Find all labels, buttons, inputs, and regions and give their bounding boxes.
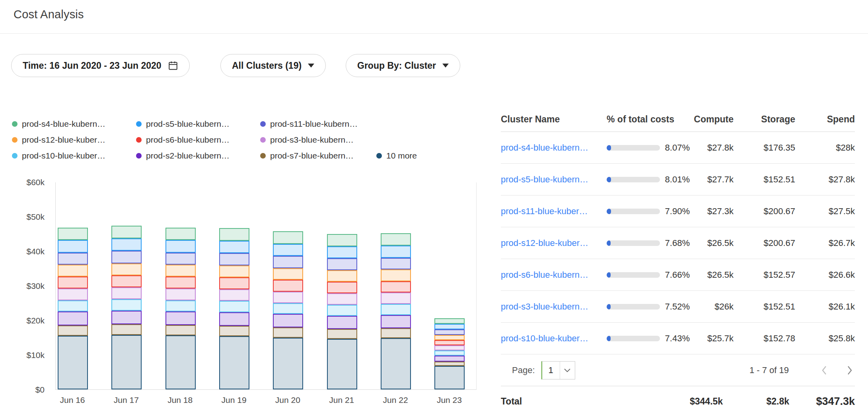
bar-segment-prod-s11-blue-kubern[interactable] — [434, 329, 465, 335]
bar-segment-10-more[interactable] — [219, 336, 249, 389]
stacked-bar-jun-17[interactable] — [111, 226, 142, 389]
bar-segment-prod-s7-blue-kubern[interactable] — [327, 329, 357, 339]
bar-segment-10-more[interactable] — [273, 338, 303, 390]
cluster-name-link[interactable]: prod-s6-blue-kubern… — [501, 270, 600, 280]
bar-segment-prod-s12-blue-kuber[interactable] — [381, 269, 411, 281]
bar-segment-prod-s5-blue-kubern[interactable] — [273, 244, 303, 256]
cluster-name-link[interactable]: prod-s5-blue-kubern… — [501, 174, 600, 185]
bar-segment-prod-s5-blue-kubern[interactable] — [219, 241, 249, 253]
bar-segment-prod-s6-blue-kubern[interactable] — [111, 275, 142, 287]
cluster-name-link[interactable]: prod-s3-blue-kubern… — [501, 302, 600, 312]
bar-segment-prod-s10-blue-kuber[interactable] — [381, 304, 411, 315]
bar-segment-prod-s10-blue-kuber[interactable] — [273, 303, 303, 314]
bar-segment-prod-s7-blue-kubern[interactable] — [434, 362, 465, 366]
bar-segment-prod-s4-blue-kubern[interactable] — [111, 226, 142, 238]
bar-segment-prod-s11-blue-kubern[interactable] — [165, 253, 196, 265]
bar-segment-prod-s3-blue-kubern[interactable] — [273, 292, 303, 303]
bar-segment-10-more[interactable] — [434, 366, 465, 389]
bar-segment-prod-s6-blue-kubern[interactable] — [58, 277, 88, 288]
bar-segment-prod-s4-blue-kubern[interactable] — [434, 318, 465, 324]
bar-segment-prod-s4-blue-kubern[interactable] — [165, 228, 196, 240]
bar-segment-prod-s7-blue-kubern[interactable] — [273, 327, 303, 337]
cluster-name-link[interactable]: prod-s4-blue-kubern… — [501, 143, 600, 153]
bar-segment-prod-s12-blue-kuber[interactable] — [111, 263, 142, 275]
bar-segment-prod-s7-blue-kubern[interactable] — [219, 326, 249, 336]
bar-segment-prod-s4-blue-kubern[interactable] — [327, 234, 357, 246]
bar-segment-prod-s2-blue-kubern[interactable] — [111, 311, 142, 325]
bar-segment-prod-s3-blue-kubern[interactable] — [434, 345, 465, 350]
bar-segment-prod-s2-blue-kubern[interactable] — [434, 356, 465, 362]
bar-segment-prod-s11-blue-kubern[interactable] — [58, 253, 88, 265]
bar-segment-prod-s2-blue-kubern[interactable] — [58, 312, 88, 325]
stacked-bar-jun-16[interactable] — [58, 228, 88, 389]
bar-segment-prod-s2-blue-kubern[interactable] — [381, 315, 411, 328]
bar-segment-prod-s7-blue-kubern[interactable] — [381, 328, 411, 338]
bar-segment-prod-s5-blue-kubern[interactable] — [111, 238, 142, 251]
bar-segment-prod-s10-blue-kuber[interactable] — [327, 305, 357, 316]
bar-segment-prod-s3-blue-kubern[interactable] — [111, 287, 142, 299]
bar-segment-prod-s12-blue-kuber[interactable] — [58, 265, 88, 277]
next-page-button[interactable] — [847, 365, 853, 376]
bar-segment-prod-s7-blue-kubern[interactable] — [58, 325, 88, 336]
bar-segment-prod-s10-blue-kuber[interactable] — [165, 300, 196, 312]
bar-segment-prod-s3-blue-kubern[interactable] — [219, 289, 249, 301]
page-select[interactable]: 1 — [541, 361, 575, 379]
bar-segment-prod-s12-blue-kuber[interactable] — [273, 268, 303, 280]
stacked-bar-jun-18[interactable] — [165, 228, 196, 389]
bar-segment-prod-s11-blue-kubern[interactable] — [273, 256, 303, 268]
bar-segment-prod-s3-blue-kubern[interactable] — [165, 288, 196, 300]
bar-segment-prod-s4-blue-kubern[interactable] — [219, 228, 249, 241]
bar-segment-prod-s6-blue-kubern[interactable] — [273, 280, 303, 292]
time-range-filter[interactable]: Time: 16 Jun 2020 - 23 Jun 2020 — [11, 54, 190, 77]
bar-segment-prod-s11-blue-kubern[interactable] — [327, 258, 357, 270]
stacked-bar-jun-22[interactable] — [381, 233, 411, 389]
bar-segment-prod-s7-blue-kubern[interactable] — [165, 325, 196, 335]
bar-segment-prod-s5-blue-kubern[interactable] — [58, 240, 88, 252]
bar-segment-prod-s4-blue-kubern[interactable] — [58, 228, 88, 240]
bar-segment-prod-s3-blue-kubern[interactable] — [58, 288, 88, 300]
clusters-filter[interactable]: All Clusters (19) — [220, 54, 326, 77]
bar-segment-prod-s6-blue-kubern[interactable] — [165, 277, 196, 288]
bar-segment-prod-s3-blue-kubern[interactable] — [381, 292, 411, 304]
bar-segment-prod-s6-blue-kubern[interactable] — [381, 281, 411, 293]
group-by-filter[interactable]: Group By: Cluster — [346, 54, 460, 77]
bar-segment-prod-s2-blue-kubern[interactable] — [327, 316, 357, 329]
bar-segment-prod-s6-blue-kubern[interactable] — [219, 277, 249, 289]
bar-segment-prod-s12-blue-kuber[interactable] — [219, 265, 249, 277]
stacked-bar-jun-23[interactable] — [434, 318, 465, 389]
cluster-name-link[interactable]: prod-s10-blue-kuber… — [501, 333, 600, 344]
bar-segment-prod-s12-blue-kuber[interactable] — [434, 335, 465, 340]
bar-segment-prod-s5-blue-kubern[interactable] — [434, 324, 465, 329]
stacked-bar-jun-19[interactable] — [219, 228, 249, 389]
bar-segment-prod-s5-blue-kubern[interactable] — [327, 246, 357, 258]
bar-segment-prod-s2-blue-kubern[interactable] — [219, 312, 249, 326]
bar-segment-prod-s5-blue-kubern[interactable] — [381, 246, 411, 257]
bar-segment-prod-s12-blue-kuber[interactable] — [165, 265, 196, 277]
bar-segment-prod-s11-blue-kubern[interactable] — [111, 251, 142, 263]
bar-segment-prod-s3-blue-kubern[interactable] — [327, 293, 357, 305]
stacked-bar-jun-21[interactable] — [327, 234, 357, 389]
bar-segment-prod-s4-blue-kubern[interactable] — [273, 231, 303, 244]
bar-segment-10-more[interactable] — [381, 338, 411, 389]
cluster-name-link[interactable]: prod-s11-blue-kuber… — [501, 206, 600, 217]
bar-segment-prod-s2-blue-kubern[interactable] — [165, 312, 196, 325]
bar-segment-10-more[interactable] — [327, 339, 357, 389]
bar-segment-prod-s7-blue-kubern[interactable] — [111, 324, 142, 335]
bar-segment-prod-s10-blue-kuber[interactable] — [111, 299, 142, 311]
cluster-name-link[interactable]: prod-s12-blue-kuber… — [501, 238, 600, 248]
bar-segment-prod-s11-blue-kubern[interactable] — [381, 258, 411, 270]
bar-segment-prod-s2-blue-kubern[interactable] — [273, 314, 303, 327]
stacked-bar-jun-20[interactable] — [273, 231, 303, 389]
bar-segment-prod-s10-blue-kuber[interactable] — [219, 301, 249, 312]
bar-segment-10-more[interactable] — [111, 335, 142, 389]
bar-segment-prod-s6-blue-kubern[interactable] — [327, 282, 357, 293]
bar-segment-prod-s4-blue-kubern[interactable] — [381, 233, 411, 246]
bar-segment-prod-s5-blue-kubern[interactable] — [165, 240, 196, 252]
bar-segment-prod-s10-blue-kuber[interactable] — [434, 350, 465, 356]
bar-segment-10-more[interactable] — [58, 336, 88, 389]
bar-segment-prod-s10-blue-kuber[interactable] — [58, 300, 88, 312]
bar-segment-prod-s11-blue-kubern[interactable] — [219, 253, 249, 265]
bar-segment-10-more[interactable] — [165, 335, 196, 389]
bar-segment-prod-s12-blue-kuber[interactable] — [327, 270, 357, 282]
prev-page-button[interactable] — [821, 365, 827, 376]
